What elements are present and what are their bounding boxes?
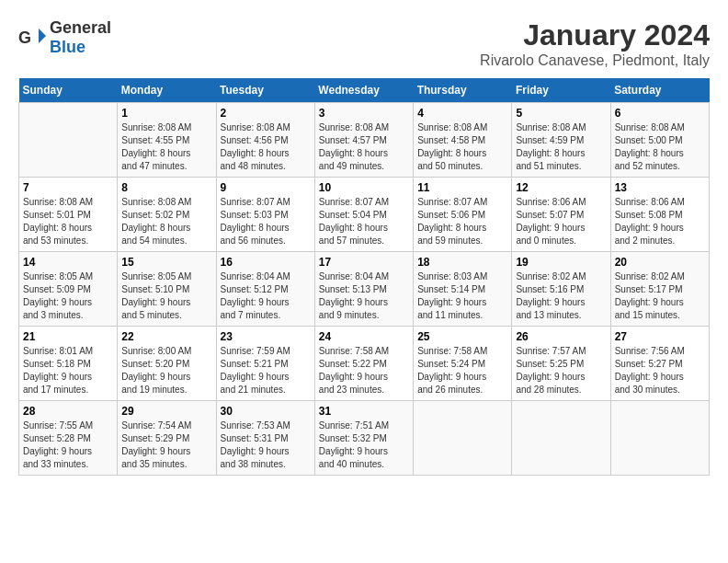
day-info: Sunrise: 8:02 AM Sunset: 5:17 PM Dayligh…: [615, 270, 705, 322]
calendar-cell: [610, 401, 709, 476]
day-info: Sunrise: 8:06 AM Sunset: 5:07 PM Dayligh…: [516, 196, 606, 247]
day-info: Sunrise: 8:08 AM Sunset: 4:58 PM Dayligh…: [417, 121, 507, 173]
calendar-cell: 8Sunrise: 8:08 AM Sunset: 5:02 PM Daylig…: [118, 178, 216, 252]
day-number: 2: [221, 107, 311, 120]
day-number: 20: [615, 256, 705, 269]
calendar-cell: [19, 103, 118, 178]
day-info: Sunrise: 7:54 AM Sunset: 5:29 PM Dayligh…: [121, 419, 211, 471]
logo-general: General: [50, 18, 111, 37]
svg-text:G: G: [18, 29, 31, 47]
header-day-thursday: Thursday: [414, 78, 512, 103]
day-number: 19: [516, 256, 606, 269]
day-number: 27: [615, 330, 705, 343]
header-row: SundayMondayTuesdayWednesdayThursdayFrid…: [19, 78, 710, 103]
day-info: Sunrise: 8:03 AM Sunset: 5:14 PM Dayligh…: [417, 270, 507, 322]
day-info: Sunrise: 8:08 AM Sunset: 4:57 PM Dayligh…: [319, 121, 409, 173]
day-info: Sunrise: 8:08 AM Sunset: 5:02 PM Dayligh…: [121, 196, 211, 247]
day-number: 30: [221, 405, 311, 418]
day-number: 14: [23, 256, 113, 269]
calendar-cell: 23Sunrise: 7:59 AM Sunset: 5:21 PM Dayli…: [216, 327, 314, 401]
day-info: Sunrise: 7:57 AM Sunset: 5:25 PM Dayligh…: [516, 345, 606, 396]
day-info: Sunrise: 8:08 AM Sunset: 5:00 PM Dayligh…: [615, 121, 705, 173]
week-row-1: 1Sunrise: 8:08 AM Sunset: 4:55 PM Daylig…: [19, 103, 710, 178]
day-info: Sunrise: 8:08 AM Sunset: 4:56 PM Dayligh…: [221, 121, 311, 173]
calendar-cell: 5Sunrise: 8:08 AM Sunset: 4:59 PM Daylig…: [512, 103, 610, 178]
week-row-5: 28Sunrise: 7:55 AM Sunset: 5:28 PM Dayli…: [19, 401, 710, 476]
day-number: 15: [121, 256, 211, 269]
calendar-cell: 4Sunrise: 8:08 AM Sunset: 4:58 PM Daylig…: [414, 103, 512, 178]
week-row-4: 21Sunrise: 8:01 AM Sunset: 5:18 PM Dayli…: [19, 327, 710, 401]
main-title: January 2024: [480, 18, 710, 52]
day-info: Sunrise: 8:08 AM Sunset: 5:01 PM Dayligh…: [23, 196, 113, 247]
calendar-cell: [512, 401, 610, 476]
day-info: Sunrise: 7:56 AM Sunset: 5:27 PM Dayligh…: [615, 345, 705, 396]
header-day-monday: Monday: [118, 78, 216, 103]
day-number: 13: [615, 181, 705, 194]
day-number: 9: [221, 181, 311, 194]
day-info: Sunrise: 8:07 AM Sunset: 5:04 PM Dayligh…: [319, 196, 409, 247]
day-info: Sunrise: 8:02 AM Sunset: 5:16 PM Dayligh…: [516, 270, 606, 322]
week-row-3: 14Sunrise: 8:05 AM Sunset: 5:09 PM Dayli…: [19, 252, 710, 327]
header-day-wednesday: Wednesday: [314, 78, 413, 103]
calendar-cell: 21Sunrise: 8:01 AM Sunset: 5:18 PM Dayli…: [19, 327, 118, 401]
calendar-cell: 11Sunrise: 8:07 AM Sunset: 5:06 PM Dayli…: [414, 178, 512, 252]
calendar-cell: 14Sunrise: 8:05 AM Sunset: 5:09 PM Dayli…: [19, 252, 118, 327]
calendar-cell: 12Sunrise: 8:06 AM Sunset: 5:07 PM Dayli…: [512, 178, 610, 252]
calendar-cell: 27Sunrise: 7:56 AM Sunset: 5:27 PM Dayli…: [610, 327, 709, 401]
day-number: 25: [417, 330, 507, 343]
day-number: 10: [319, 181, 409, 194]
day-info: Sunrise: 8:08 AM Sunset: 4:59 PM Dayligh…: [516, 121, 606, 173]
week-row-2: 7Sunrise: 8:08 AM Sunset: 5:01 PM Daylig…: [19, 178, 710, 252]
logo: G General Blue: [18, 18, 111, 57]
day-info: Sunrise: 8:04 AM Sunset: 5:12 PM Dayligh…: [221, 270, 311, 322]
calendar-cell: 1Sunrise: 8:08 AM Sunset: 4:55 PM Daylig…: [118, 103, 216, 178]
svg-marker-1: [39, 29, 46, 43]
calendar-table: SundayMondayTuesdayWednesdayThursdayFrid…: [18, 78, 710, 476]
day-number: 26: [516, 330, 606, 343]
calendar-cell: 7Sunrise: 8:08 AM Sunset: 5:01 PM Daylig…: [19, 178, 118, 252]
calendar-cell: 6Sunrise: 8:08 AM Sunset: 5:00 PM Daylig…: [610, 103, 709, 178]
day-info: Sunrise: 8:00 AM Sunset: 5:20 PM Dayligh…: [121, 345, 211, 396]
header-day-friday: Friday: [512, 78, 610, 103]
logo-blue: Blue: [50, 38, 85, 56]
calendar-cell: 10Sunrise: 8:07 AM Sunset: 5:04 PM Dayli…: [314, 178, 413, 252]
day-number: 28: [23, 405, 113, 418]
day-number: 23: [221, 330, 311, 343]
day-info: Sunrise: 7:53 AM Sunset: 5:31 PM Dayligh…: [221, 419, 311, 471]
calendar-cell: 3Sunrise: 8:08 AM Sunset: 4:57 PM Daylig…: [314, 103, 413, 178]
page-header: G General Blue January 2024 Rivarolo Can…: [18, 18, 710, 69]
day-number: 1: [121, 107, 211, 120]
calendar-cell: 29Sunrise: 7:54 AM Sunset: 5:29 PM Dayli…: [118, 401, 216, 476]
day-info: Sunrise: 8:07 AM Sunset: 5:06 PM Dayligh…: [417, 196, 507, 247]
calendar-cell: 2Sunrise: 8:08 AM Sunset: 4:56 PM Daylig…: [216, 103, 314, 178]
title-section: January 2024 Rivarolo Canavese, Piedmont…: [480, 18, 710, 69]
calendar-cell: 20Sunrise: 8:02 AM Sunset: 5:17 PM Dayli…: [610, 252, 709, 327]
calendar-cell: 18Sunrise: 8:03 AM Sunset: 5:14 PM Dayli…: [414, 252, 512, 327]
day-number: 22: [121, 330, 211, 343]
day-info: Sunrise: 7:51 AM Sunset: 5:32 PM Dayligh…: [319, 419, 409, 471]
day-info: Sunrise: 8:04 AM Sunset: 5:13 PM Dayligh…: [319, 270, 409, 322]
day-info: Sunrise: 8:05 AM Sunset: 5:09 PM Dayligh…: [23, 270, 113, 322]
day-info: Sunrise: 8:01 AM Sunset: 5:18 PM Dayligh…: [23, 345, 113, 396]
day-number: 31: [319, 405, 409, 418]
day-number: 4: [417, 107, 507, 120]
day-number: 29: [121, 405, 211, 418]
header-day-tuesday: Tuesday: [216, 78, 314, 103]
day-info: Sunrise: 8:07 AM Sunset: 5:03 PM Dayligh…: [221, 196, 311, 247]
day-number: 7: [23, 181, 113, 194]
day-number: 17: [319, 256, 409, 269]
day-number: 16: [221, 256, 311, 269]
header-day-saturday: Saturday: [610, 78, 709, 103]
day-info: Sunrise: 7:58 AM Sunset: 5:22 PM Dayligh…: [319, 345, 409, 396]
header-day-sunday: Sunday: [19, 78, 118, 103]
calendar-cell: 9Sunrise: 8:07 AM Sunset: 5:03 PM Daylig…: [216, 178, 314, 252]
calendar-cell: 24Sunrise: 7:58 AM Sunset: 5:22 PM Dayli…: [314, 327, 413, 401]
calendar-cell: [414, 401, 512, 476]
day-info: Sunrise: 8:06 AM Sunset: 5:08 PM Dayligh…: [615, 196, 705, 247]
calendar-cell: 17Sunrise: 8:04 AM Sunset: 5:13 PM Dayli…: [314, 252, 413, 327]
day-info: Sunrise: 7:58 AM Sunset: 5:24 PM Dayligh…: [417, 345, 507, 396]
calendar-cell: 28Sunrise: 7:55 AM Sunset: 5:28 PM Dayli…: [19, 401, 118, 476]
calendar-cell: 30Sunrise: 7:53 AM Sunset: 5:31 PM Dayli…: [216, 401, 314, 476]
day-number: 12: [516, 181, 606, 194]
calendar-cell: 19Sunrise: 8:02 AM Sunset: 5:16 PM Dayli…: [512, 252, 610, 327]
